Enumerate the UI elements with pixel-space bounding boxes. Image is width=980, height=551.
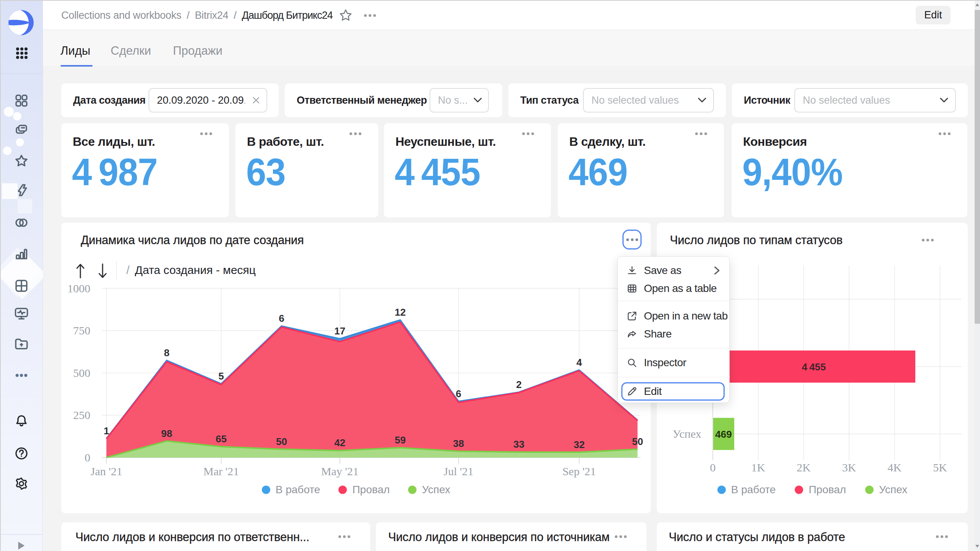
svg-text:5K: 5K	[933, 461, 947, 474]
svg-text:59: 59	[395, 434, 406, 446]
svg-text:8: 8	[164, 347, 169, 359]
svg-text:3K: 3K	[842, 461, 856, 474]
svg-text:4: 4	[577, 357, 582, 368]
svg-text:Jan '21: Jan '21	[91, 465, 122, 478]
svg-text:50: 50	[632, 436, 643, 447]
svg-text:500: 500	[73, 367, 90, 379]
svg-text:5: 5	[219, 370, 224, 382]
svg-text:0: 0	[85, 451, 90, 464]
svg-text:1: 1	[104, 425, 109, 437]
svg-text:May '21: May '21	[321, 465, 359, 478]
svg-text:50: 50	[276, 436, 287, 447]
svg-text:469: 469	[715, 429, 732, 440]
svg-text:Jul '21: Jul '21	[444, 465, 474, 478]
svg-text:Sep '21: Sep '21	[562, 465, 596, 478]
svg-text:250: 250	[73, 409, 90, 421]
svg-text:2: 2	[516, 379, 521, 390]
svg-text:38: 38	[453, 438, 464, 449]
svg-text:6: 6	[279, 313, 284, 324]
svg-text:12: 12	[395, 306, 406, 318]
svg-text:Успех: Успех	[673, 427, 701, 440]
svg-text:65: 65	[216, 433, 227, 445]
svg-text:98: 98	[161, 428, 172, 439]
svg-text:42: 42	[334, 437, 345, 448]
svg-text:6: 6	[456, 388, 461, 399]
svg-text:2K: 2K	[797, 461, 811, 474]
svg-text:4K: 4K	[887, 461, 902, 474]
svg-text:Mar '21: Mar '21	[203, 465, 239, 478]
svg-text:1000: 1000	[67, 282, 90, 295]
svg-text:1K: 1K	[751, 461, 765, 474]
svg-text:32: 32	[573, 439, 585, 450]
svg-text:0: 0	[710, 461, 716, 474]
svg-text:33: 33	[513, 439, 524, 450]
svg-text:17: 17	[334, 325, 345, 337]
svg-text:4 455: 4 455	[802, 361, 826, 373]
svg-text:750: 750	[73, 324, 90, 337]
